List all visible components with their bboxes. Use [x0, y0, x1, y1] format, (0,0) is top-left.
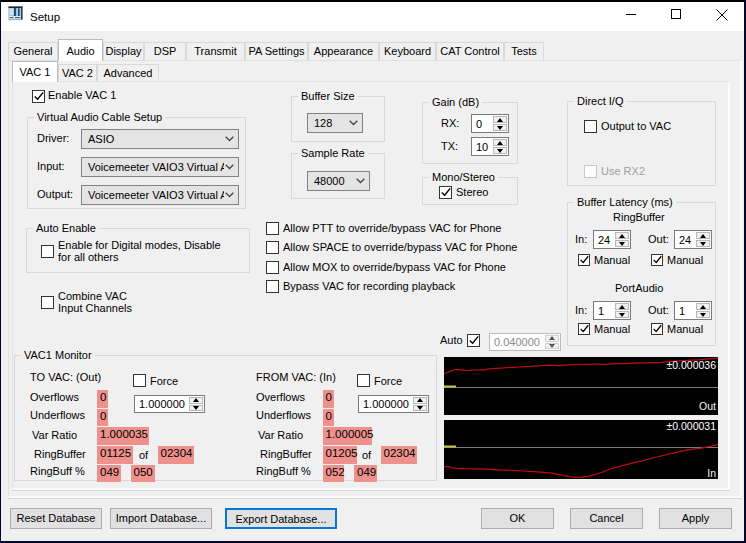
svg-text:Out: Out	[699, 400, 716, 412]
svg-text:In: In	[707, 467, 716, 479]
svg-text:±0.000031: ±0.000031	[666, 420, 716, 432]
svg-text:±0.000036: ±0.000036	[666, 359, 716, 371]
